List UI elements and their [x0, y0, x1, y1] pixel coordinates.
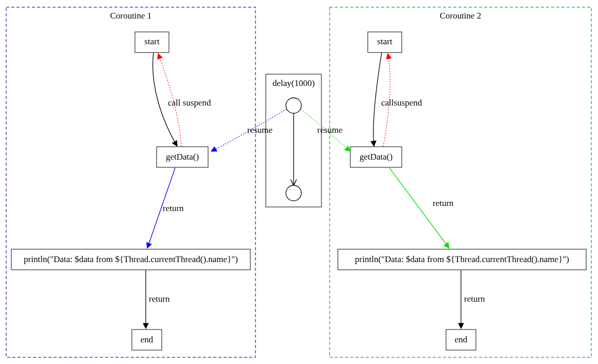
c2-start-label: start	[377, 37, 392, 46]
c1-edge-resume-label: resume	[247, 125, 272, 135]
coroutine-2-title: Coroutine 2	[440, 11, 482, 21]
c2-edge-return2-label: return	[464, 294, 485, 304]
c2-edge-return1	[389, 168, 449, 248]
c1-getdata-label: getData()	[166, 152, 199, 162]
delay-label: delay(1000)	[272, 78, 315, 88]
delay-bottom-circle	[286, 185, 301, 201]
c2-end-label: end	[455, 335, 468, 344]
coroutine-diagram: Coroutine 1 start getData() println("Dat…	[0, 0, 598, 364]
c2-edge-return1-label: return	[433, 198, 454, 208]
c1-edge-call-suspend-label: call suspend	[168, 98, 211, 108]
coroutine-2-cluster	[330, 7, 591, 357]
c1-start-label: start	[144, 37, 160, 46]
c2-println-label: println("Data: $data from ${Thread.curre…	[355, 254, 569, 264]
c1-println-label: println("Data: $data from ${Thread.curre…	[24, 254, 238, 264]
c2-getdata-label: getData()	[360, 152, 392, 162]
c1-end-label: end	[141, 335, 153, 344]
c1-edge-return1-label: return	[163, 203, 184, 213]
coroutine-1-title: Coroutine 1	[110, 11, 152, 21]
c2-edge-resume-label: resume	[317, 125, 343, 135]
c2-edge-call-suspend-label: callsuspend	[381, 98, 422, 108]
delay-top-circle	[286, 98, 301, 113]
c1-edge-return2-label: return	[149, 294, 170, 304]
c2-edge-call-suspend	[373, 53, 382, 146]
coroutine-1-cluster	[6, 7, 255, 357]
